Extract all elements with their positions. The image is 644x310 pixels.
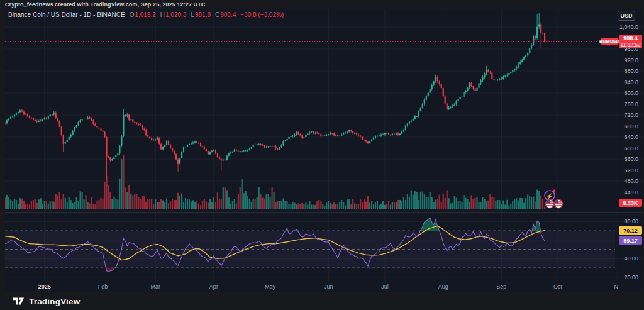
- rsi-axis-label: 40.00: [624, 255, 638, 262]
- price-axis-label: 720.0: [624, 112, 638, 118]
- rsi-badge: 59.17: [619, 236, 642, 245]
- price-axis-label: 600.0: [624, 145, 638, 152]
- price-axis-label: 680.0: [624, 123, 638, 130]
- price-axis-label: 520.0: [624, 167, 638, 174]
- footer-brand[interactable]: TradingView: [29, 297, 80, 306]
- price-axis-label: 440.0: [624, 189, 638, 196]
- volume-badge: 9.33K: [619, 199, 642, 207]
- time-axis-label: N: [614, 284, 619, 290]
- open-value: 1,019.2: [135, 11, 155, 18]
- notification-dot: [553, 190, 556, 193]
- footer-bar: TradingView: [0, 292, 644, 310]
- tradingview-logo-icon[interactable]: [13, 296, 25, 307]
- open-label: O: [130, 11, 135, 18]
- time-axis-label: Apr: [209, 284, 218, 290]
- high-label: H: [160, 11, 165, 18]
- low-label: L: [191, 11, 194, 18]
- time-axis-label: Sep: [496, 284, 506, 290]
- price-axis-label: 480.0: [624, 178, 638, 184]
- price-axis-label: 640.0: [624, 134, 638, 140]
- svg-text:⚡: ⚡: [546, 192, 553, 200]
- symbol-title[interactable]: Binance Coin / US Dollar - 1D - BINANCE: [8, 11, 125, 18]
- symbol-tag: BNBUSD: [601, 38, 618, 45]
- time-axis-label: Oct: [553, 284, 562, 290]
- rsi-axis-label: 20.00: [624, 274, 638, 280]
- bar-countdown: 11:32:52: [620, 42, 640, 48]
- time-axis-label: Aug: [438, 284, 448, 290]
- chart-canvas[interactable]: ⚡: [5, 9, 643, 292]
- time-axis-label: Jun: [324, 284, 333, 290]
- price-axis-label: 800.0: [624, 90, 638, 96]
- price-axis-label: 840.0: [624, 79, 638, 86]
- tradingview-snapshot: Crypto_feednews created with TradingView…: [0, 0, 644, 310]
- time-axis-label: Feb: [98, 284, 108, 290]
- price-axis-label: 560.0: [624, 156, 638, 162]
- time-axis-label: Mar: [150, 284, 160, 290]
- last-price: 988.4: [623, 35, 638, 42]
- time-axis-label: 2025: [38, 284, 51, 290]
- event-markers[interactable]: ⚡: [545, 190, 563, 208]
- volume-bars[interactable]: [5, 155, 545, 209]
- close-value: 988.4: [220, 11, 236, 18]
- attribution-text: Crypto_feednews created with TradingView…: [5, 1, 205, 8]
- high-value: 1,020.3: [165, 11, 186, 18]
- price-gridlines: [5, 16, 643, 192]
- change-value: −30.8 (−3.02%): [240, 11, 284, 18]
- close-label: C: [215, 11, 219, 18]
- currency-toggle-button[interactable]: USD: [618, 11, 635, 21]
- attribution-bar: Crypto_feednews created with TradingView…: [0, 0, 644, 9]
- rsi-axis-label: 80.00: [624, 218, 638, 224]
- chart-legend: Binance Coin / US Dollar - 1D - BINANCE …: [8, 11, 284, 18]
- last-price-badge: 988.4 11:32:52: [619, 35, 642, 48]
- low-value: 981.8: [195, 11, 211, 18]
- price-axis-label: 920.0: [624, 57, 638, 64]
- price-axis-label: 760.0: [624, 101, 638, 108]
- price-axis-label: 1,040.0: [619, 24, 638, 30]
- chart-widget[interactable]: ⚡ Binance Coin / US Dollar - 1D - BINANC…: [5, 9, 643, 292]
- price-axis-label: 880.0: [624, 68, 638, 74]
- time-axis-label: May: [265, 284, 275, 290]
- time-axis-label: Jul: [381, 284, 389, 290]
- rsi-ma-badge: 70.12: [619, 226, 642, 235]
